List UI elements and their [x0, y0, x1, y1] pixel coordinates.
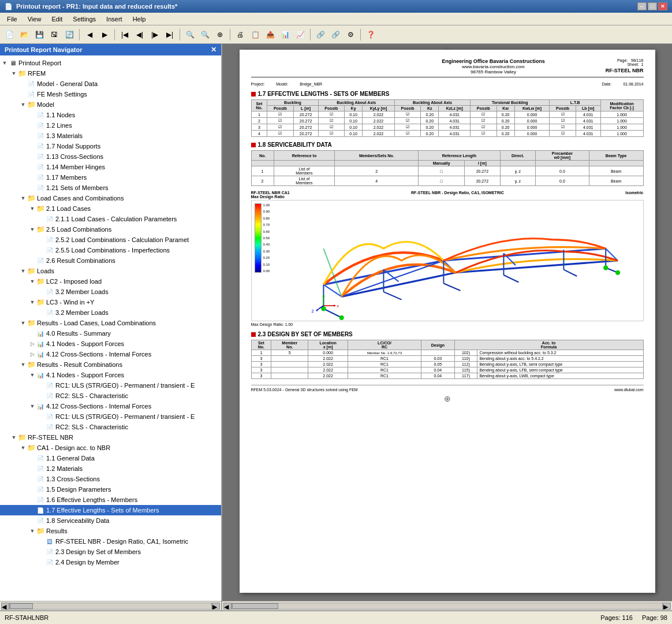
- tree-ca1-design[interactable]: 📄 1.5 Design Parameters: [0, 484, 221, 495]
- nav-scrollbar[interactable]: ◀ ▶: [0, 601, 221, 610]
- scroll-left[interactable]: ◀: [223, 603, 232, 610]
- tree-res-40[interactable]: 📊 4.0 Results - Summary: [0, 328, 221, 339]
- zoom-out-button[interactable]: 🔍: [198, 28, 212, 42]
- col-formula-no: 110): [454, 356, 477, 362]
- menu-file[interactable]: File: [2, 14, 22, 24]
- tree-fe-mesh[interactable]: 📄 FE Mesh Settings: [0, 89, 221, 99]
- tree-ca1-serv[interactable]: 📄 1.8 Serviceability Data: [0, 515, 221, 526]
- tree-materials[interactable]: 📄 1.3 Materials: [0, 131, 221, 141]
- nav-close-button[interactable]: ✕: [211, 46, 216, 54]
- tree-results-lc[interactable]: ▼ 📁 Results - Load Cases, Load Combinati…: [0, 318, 221, 328]
- print-preview[interactable]: 📋: [248, 28, 262, 42]
- tree-255[interactable]: 📄 2.5.5 Load Combinations - Imperfection…: [0, 245, 221, 255]
- tree-rc2-sls[interactable]: 📄 RC2: SLS - Characteristic: [0, 391, 221, 401]
- open-button[interactable]: 📂: [17, 28, 31, 42]
- tree-design-set[interactable]: 📄 2.3 Design by Set of Members: [0, 547, 221, 557]
- menu-view[interactable]: View: [23, 14, 46, 24]
- print-button[interactable]: 🖨: [233, 28, 247, 42]
- tree-lc2-member[interactable]: 📄 3.2 Member Loads: [0, 287, 221, 297]
- doc-icon: 📄: [36, 183, 45, 192]
- table-row: 1 5 0.000 Member No. 1-9,72,73 102) Comp…: [251, 350, 643, 356]
- menu-insert[interactable]: Insert: [102, 14, 127, 24]
- tree-loads[interactable]: ▼ 📁 Loads: [0, 266, 221, 276]
- scroll-thumb-h[interactable]: [232, 603, 278, 609]
- tree-lines[interactable]: 📄 1.2 Lines: [0, 120, 221, 131]
- tree-rc-412[interactable]: ▼ 📊 4.12 Cross-Sections - Internal Force…: [0, 401, 221, 411]
- tree-root[interactable]: ▼ 🖥 Printout Report: [0, 58, 221, 68]
- tree-res-412[interactable]: ▷ 📊 4.12 Cross-Sections - Internal Force…: [0, 349, 221, 359]
- prev-button[interactable]: ◀|: [133, 28, 147, 42]
- export3-button[interactable]: 📈: [293, 28, 307, 42]
- link1-button[interactable]: 🔗: [313, 28, 327, 42]
- tree-rc1-perm[interactable]: 📄 RC1: ULS (STR/GEO) - Permanent / trans…: [0, 380, 221, 391]
- back-button[interactable]: ◀: [83, 28, 96, 42]
- menu-settings[interactable]: Settings: [68, 14, 100, 24]
- tree-model-general[interactable]: 📄 Model - General Data: [0, 79, 221, 89]
- tree-ca1-eff-members[interactable]: 📄 1.6 Effective Lengths - Members: [0, 495, 221, 505]
- tree-21-lc[interactable]: ▼ 📁 2.1 Load Cases: [0, 203, 221, 214]
- tree-lc3[interactable]: ▼ 📁 LC3 - Wind in +Y: [0, 297, 221, 307]
- scroll-thumb[interactable]: [10, 603, 33, 609]
- tree-members-117[interactable]: 📄 1.17 Members: [0, 172, 221, 183]
- next-button[interactable]: |▶: [148, 28, 162, 42]
- scroll-track-h[interactable]: [232, 603, 663, 610]
- zoom-in-button[interactable]: 🔍: [183, 28, 197, 42]
- first-button[interactable]: |◀: [118, 28, 132, 42]
- tree-lc3-member[interactable]: 📄 3.2 Member Loads: [0, 307, 221, 318]
- doc-scroll-area[interactable]: ⊕ Engineering Office Bavaria Constructio…: [222, 44, 672, 601]
- zoom-fit-button[interactable]: ⊕: [213, 28, 227, 42]
- tree-model[interactable]: ▼ 📁 Model: [0, 99, 221, 110]
- last-button[interactable]: ▶|: [163, 28, 177, 42]
- tree-ca1-eff-sets[interactable]: 📄 1.7 Effective Lengths - Sets of Member…: [0, 505, 221, 515]
- scroll-right-btn[interactable]: ▶: [212, 603, 220, 610]
- tree-ca1-materials[interactable]: 📄 1.2 Materials: [0, 463, 221, 474]
- col-ref: List ofMembers: [274, 166, 335, 176]
- tree-results-rc[interactable]: ▼ 📁 Results - Result Combinations: [0, 359, 221, 370]
- nav-tree[interactable]: ▼ 🖥 Printout Report ▼ 📁 RFEM 📄 Model - G…: [0, 55, 221, 601]
- forward-button[interactable]: ▶: [98, 28, 111, 42]
- tree-results-folder[interactable]: ▼ 📁 Results: [0, 526, 221, 536]
- tree-sets-members[interactable]: 📄 1.21 Sets of Members: [0, 183, 221, 193]
- tree-26[interactable]: 📄 2.6 Result Combinations: [0, 255, 221, 266]
- tree-rc2-sls2[interactable]: 📄 RC2: SLS - Characteristic: [0, 422, 221, 432]
- link2-button[interactable]: 🔗: [328, 28, 342, 42]
- tree-nodes[interactable]: 📄 1.1 Nodes: [0, 110, 221, 120]
- tree-211-lc-calc[interactable]: 📄 2.1.1 Load Cases - Calculation Paramet…: [0, 214, 221, 224]
- scroll-track[interactable]: [9, 603, 212, 610]
- tree-252[interactable]: 📄 2.5.2 Load Combinations - Calculation …: [0, 235, 221, 245]
- tree-cross-sections[interactable]: 📄 1.13 Cross-Sections: [0, 151, 221, 162]
- tree-design-ratio[interactable]: 🖼 RF-STEEL NBR - Design Ratio, CA1, Isom…: [0, 536, 221, 547]
- help-toolbar-button[interactable]: ❓: [364, 28, 378, 42]
- refresh-button[interactable]: 🔄: [62, 28, 76, 42]
- tree-rc-41[interactable]: ▼ 📊 4.1 Nodes - Support Forces: [0, 370, 221, 380]
- tree-ca1[interactable]: ▼ 📁 CA1 - Design acc. to NBR: [0, 443, 221, 453]
- tree-rfem[interactable]: ▼ 📁 RFEM: [0, 68, 221, 79]
- tree-member-hinges[interactable]: 📄 1.14 Member Hinges: [0, 162, 221, 172]
- tree-rc1-perm2[interactable]: 📄 RC1: ULS (STR/GEO) - Permanent / trans…: [0, 411, 221, 422]
- export2-button[interactable]: 📊: [278, 28, 292, 42]
- save-button[interactable]: 💾: [32, 28, 46, 42]
- tree-res-41[interactable]: ▷ 📊 4.1 Nodes - Support Forces: [0, 339, 221, 349]
- tree-rfsteel[interactable]: ▼ 📁 RF-STEEL NBR: [0, 432, 221, 443]
- col-sets: 2: [335, 166, 419, 176]
- minimize-button[interactable]: ─: [637, 2, 647, 10]
- close-button[interactable]: ✕: [658, 2, 667, 10]
- tree-ca1-general[interactable]: 📄 1.1 General Data: [0, 453, 221, 463]
- new-button[interactable]: 📄: [2, 28, 16, 42]
- pages-value: 116: [622, 614, 633, 621]
- tree-lc2[interactable]: ▼ 📁 LC2 - Imposed load: [0, 276, 221, 287]
- doc-scrollbar-h[interactable]: ◀ ▶: [222, 601, 672, 610]
- link3-button[interactable]: ⚙: [344, 28, 357, 42]
- maximize-button[interactable]: □: [648, 2, 657, 10]
- menu-edit[interactable]: Edit: [47, 14, 67, 24]
- menu-help[interactable]: Help: [128, 14, 151, 24]
- scroll-right[interactable]: ▶: [663, 603, 671, 610]
- tree-25-lc[interactable]: ▼ 📁 2.5 Load Combinations: [0, 224, 221, 235]
- scroll-left-btn[interactable]: ◀: [1, 603, 9, 610]
- export-button[interactable]: 📤: [263, 28, 277, 42]
- save-all-button[interactable]: 🖫: [47, 28, 61, 42]
- tree-nodal-supports[interactable]: 📄 1.7 Nodal Supports: [0, 141, 221, 151]
- tree-design-member[interactable]: 📄 2.4 Design by Member: [0, 557, 221, 567]
- tree-ca1-cross[interactable]: 📄 1.3 Cross-Sections: [0, 474, 221, 484]
- tree-lc-comb[interactable]: ▼ 📁 Load Cases and Combinations: [0, 193, 221, 203]
